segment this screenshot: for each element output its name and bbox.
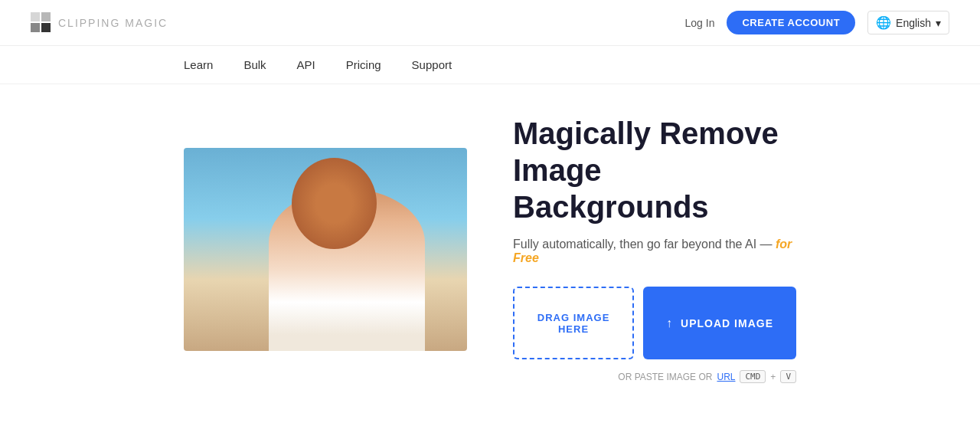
svg-rect-1 — [41, 12, 51, 21]
globe-icon: 🌐 — [876, 15, 891, 30]
hero-subtitle: Fully automatically, then go far beyond … — [513, 238, 796, 265]
logo[interactable]: CLIPPING MAGIC — [31, 12, 168, 34]
cmd-key: CMD — [740, 370, 766, 383]
hero-title: Magically Remove Image Backgrounds — [513, 115, 796, 225]
svg-rect-3 — [41, 23, 51, 32]
upload-label: UPLOAD IMAGE — [681, 317, 773, 329]
upload-arrow-icon: ↑ — [666, 316, 673, 330]
nav-item-support[interactable]: Support — [412, 58, 452, 71]
header-actions: Log In CREATE ACCOUNT 🌐 English ▾ — [685, 11, 949, 34]
paste-hint-area: OR PASTE IMAGE OR URL CMD + V — [513, 370, 796, 383]
chevron-down-icon: ▾ — [936, 17, 941, 29]
paste-hint-text: OR PASTE IMAGE OR — [618, 372, 712, 382]
language-selector[interactable]: 🌐 English ▾ — [867, 11, 949, 34]
nav-item-api[interactable]: API — [297, 58, 315, 71]
svg-rect-0 — [31, 12, 40, 21]
upload-area: DRAG IMAGE HERE ↑ UPLOAD IMAGE — [513, 287, 796, 359]
hero-image — [184, 148, 467, 351]
nav-item-learn[interactable]: Learn — [184, 58, 213, 71]
upload-image-button[interactable]: ↑ UPLOAD IMAGE — [643, 287, 796, 359]
logo-subtitle: MAGIC — [125, 17, 168, 29]
logo-icon — [31, 12, 52, 34]
best-of-both-section: Best of Both Auto-Clip AI Trained on mil… — [0, 414, 980, 436]
hero-subtitle-text: Fully automatically, then go far beyond … — [513, 238, 773, 251]
logo-text: CLIPPING MAGIC — [58, 17, 168, 29]
drag-drop-zone[interactable]: DRAG IMAGE HERE — [513, 287, 634, 359]
header: CLIPPING MAGIC Log In CREATE ACCOUNT 🌐 E… — [0, 0, 980, 46]
url-link[interactable]: URL — [717, 372, 735, 382]
hero-content: Magically Remove Image Backgrounds Fully… — [513, 115, 796, 383]
main-nav: Learn Bulk API Pricing Support — [0, 46, 980, 84]
nav-item-bulk[interactable]: Bulk — [243, 58, 266, 71]
login-button[interactable]: Log In — [685, 17, 715, 29]
v-key: V — [780, 370, 796, 383]
nav-item-pricing[interactable]: Pricing — [346, 58, 381, 71]
language-label: English — [896, 17, 931, 29]
svg-rect-2 — [31, 23, 40, 32]
drag-zone-label: DRAG IMAGE HERE — [530, 312, 617, 335]
plus-icon: + — [770, 372, 776, 382]
logo-brand: CLIPPING — [58, 17, 120, 29]
hero-section: Magically Remove Image Backgrounds Fully… — [0, 84, 980, 414]
create-account-button[interactable]: CREATE ACCOUNT — [727, 11, 855, 34]
